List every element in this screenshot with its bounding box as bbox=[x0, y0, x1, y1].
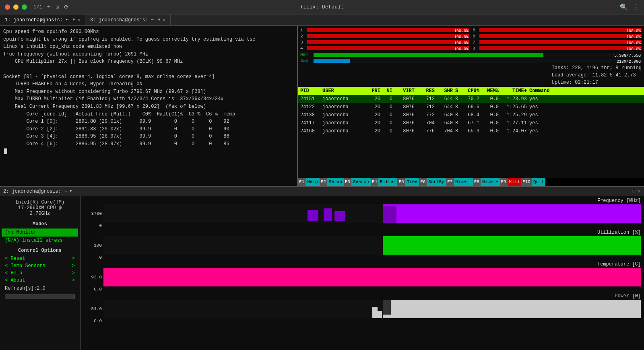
titlebar: 1/1 + ⊡ ⟳ Tilix: Default 🔍 ⋮ bbox=[0, 0, 644, 14]
terminal-line: Core 4 [6]: 2886.95 (28.97x) 99.9 0 0 0 … bbox=[3, 140, 294, 148]
fkey-f3[interactable]: F3Search bbox=[344, 178, 371, 186]
cpu-bar-2: 2 100.0% bbox=[300, 33, 469, 39]
load-line: Load average: 11.82 5.41 2.73 bbox=[552, 72, 642, 79]
frequency-chart-title: Frequency [MHz] bbox=[84, 198, 641, 204]
fkey-f7[interactable]: F7Nice - bbox=[446, 178, 473, 186]
tab-label-1: 1: joaorocha@gnosis: ~ bbox=[5, 17, 68, 23]
bottom-tab-dropdown[interactable]: ▼ bbox=[69, 189, 72, 194]
frequency-max-label: 3700 bbox=[84, 211, 102, 216]
tab-dropdown-3[interactable]: ▼ bbox=[158, 18, 161, 22]
frequency-chart-bottom-row: 0 bbox=[84, 223, 641, 228]
terminal-line: Real Current Frequency 2891.83 MHz [99.6… bbox=[3, 103, 294, 111]
bottom-pane: Intel(R) Core(TM) i7-2960XM CPU @ 2.70GH… bbox=[0, 196, 644, 350]
cpu-name-1: Intel(R) Core(TM) bbox=[2, 200, 78, 205]
bottom-pane-expand-icon[interactable]: ⊡ bbox=[633, 188, 636, 194]
tab-left-terminal[interactable]: 1: joaorocha@gnosis: ~ ▼ ✕ bbox=[0, 14, 85, 25]
temperature-max-label: 93.0 bbox=[84, 275, 102, 280]
htop-cpu-section: 1 100.0% 5 100.0% bbox=[298, 26, 644, 64]
refresh-progress-bar bbox=[5, 294, 75, 299]
power-chart-top-row: 54.0 bbox=[84, 300, 641, 318]
bottom-pane-close-icon[interactable]: ✕ bbox=[638, 188, 641, 194]
control-reset[interactable]: < Reset > bbox=[2, 255, 78, 262]
utilization-chart-title: Utilization [%] bbox=[84, 230, 641, 235]
add-tab-button[interactable]: + bbox=[47, 4, 51, 11]
mem-bar: Mem 5.30G/7.55G bbox=[300, 52, 642, 58]
terminal-line: CPU Multiplier 27x || Bus clock frequenc… bbox=[3, 58, 294, 66]
search-icon[interactable]: 🔍 bbox=[620, 3, 628, 11]
sidebar: Intel(R) Core(TM) i7-2960XM CPU @ 2.70GH… bbox=[0, 196, 80, 350]
tab-dropdown-1[interactable]: ▼ bbox=[72, 18, 75, 22]
cpu-name-2: i7-2960XM CPU @ bbox=[2, 205, 78, 211]
terminal-line: True Frequency (without accounting Turbo… bbox=[3, 51, 294, 58]
frequency-min-label: 0 bbox=[84, 223, 102, 228]
titlebar-controls: 1/1 + ⊡ ⟳ bbox=[5, 4, 69, 11]
fkey-f6[interactable]: F6SortBy bbox=[419, 178, 446, 186]
bottom-pane-icons: ⊡ ✕ bbox=[633, 188, 641, 194]
fkey-f2[interactable]: F2Setup bbox=[320, 178, 344, 186]
tasks-line: Tasks: 220, 1196 thr; 8 running bbox=[552, 64, 642, 72]
power-chart-section: Power [W] 54.0 0.0 bbox=[84, 293, 641, 323]
swp-bar: Swp 213M/2.00G bbox=[300, 58, 642, 64]
tab-close-1[interactable]: ✕ bbox=[77, 17, 80, 23]
mode-monitor[interactable]: (x) Monitor bbox=[2, 229, 78, 237]
control-about[interactable]: < About > bbox=[2, 277, 78, 284]
bottom-pane-titlebar: 2: joaorocha@gnosis: ~ ▼ ⊡ ✕ bbox=[0, 187, 644, 196]
power-chart-bottom-row: 0.0 bbox=[84, 319, 641, 323]
frequency-chart-top-row: 3700 bbox=[84, 204, 641, 223]
terminal-line: TURBO ENABLED on 4 Cores, Hyper Threadin… bbox=[3, 80, 294, 88]
temperature-chart-top-row: 93.0 bbox=[84, 268, 641, 286]
process-row-5[interactable]: 24160 joaorocha 20 0 8076 776 704 R 65.3… bbox=[298, 127, 644, 135]
terminal-line: Socket [0] - [physical cores=4, logical … bbox=[3, 73, 294, 81]
terminal-line: Cpu speed from cpuinfo 2690.00Mhz bbox=[3, 28, 294, 36]
fkey-f5[interactable]: F5Tree bbox=[397, 178, 419, 186]
temperature-chart-bar bbox=[103, 268, 641, 286]
terminal-line: cpuinfo might be wrong if cpufreq is ena… bbox=[3, 36, 294, 43]
refresh-setting: Refresh[s]:2.0 bbox=[2, 284, 78, 293]
menu-icon[interactable]: ⋮ bbox=[633, 3, 639, 11]
close-button[interactable] bbox=[5, 4, 10, 10]
utilization-chart-bar bbox=[103, 236, 641, 255]
tab-label-3: 3: joaorocha@gnosis: ~ bbox=[90, 17, 154, 23]
fkey-f8[interactable]: F8Nice + bbox=[473, 178, 500, 186]
process-row-4[interactable]: 24117 joaorocha 20 0 8076 704 640 R 67.1… bbox=[298, 119, 644, 127]
maximize-button[interactable] bbox=[22, 4, 27, 10]
terminal-line: Core 3 [4]: 2886.95 (28.97x) 99.9 0 0 0 … bbox=[3, 133, 294, 140]
cpu-bar-3: 3 100.0% bbox=[300, 39, 469, 45]
control-help[interactable]: < Help > bbox=[2, 270, 78, 277]
power-min-label: 0.0 bbox=[84, 319, 102, 323]
process-row-2[interactable]: 24122 joaorocha 20 0 8076 712 644 R 69.6… bbox=[298, 103, 644, 111]
htop-table-header: PID USER PRI NI VIRT RES SHR S CPU% MEM%… bbox=[298, 87, 644, 95]
frequency-chart-section: Frequency [MHz] 3700 bbox=[84, 198, 641, 228]
utilization-max-label: 100 bbox=[84, 243, 102, 248]
control-temp-sensors[interactable]: < Temp Sensors > bbox=[2, 262, 78, 270]
detach-button[interactable]: ⊡ bbox=[56, 4, 59, 10]
left-terminal-pane[interactable]: Cpu speed from cpuinfo 2690.00Mhz cpuinf… bbox=[0, 26, 298, 186]
fkey-f10[interactable]: F10Quit bbox=[521, 178, 545, 186]
mode-install-stress[interactable]: (N/A) install stress bbox=[2, 237, 78, 245]
temperature-chart-bottom-row: 0.0 bbox=[84, 287, 641, 292]
temperature-chart-title: Temperature [C] bbox=[84, 261, 641, 267]
fkey-f1[interactable]: F1Help bbox=[298, 178, 320, 186]
cpu-bar-1: 1 100.0% bbox=[300, 27, 469, 33]
process-row-3[interactable]: 24138 joaorocha 20 0 8076 772 640 R 68.4… bbox=[298, 111, 644, 119]
terminal-cursor bbox=[4, 148, 7, 154]
right-htop-pane[interactable]: 1 100.0% 5 100.0% bbox=[298, 26, 644, 186]
terminal-line: Core 2 [2]: 2891.83 (29.02x) 99.9 0 0 0 … bbox=[3, 126, 294, 133]
tab-right-htop[interactable]: 3: joaorocha@gnosis: ~ ▼ ✕ bbox=[85, 14, 171, 25]
fkey-f4[interactable]: F4Filter bbox=[371, 178, 398, 186]
process-row-1[interactable]: 24151 joaorocha 20 0 8076 712 644 R 70.2… bbox=[298, 95, 644, 103]
fkey-f9[interactable]: F9Kill bbox=[500, 178, 522, 186]
terminal-line: Core [core-id] :Actual Freq (Mult.) C0% … bbox=[3, 111, 294, 118]
tab-close-3[interactable]: ✕ bbox=[163, 17, 166, 23]
terminal-line: Core 1 [0]: 2891.80 (29.01x) 99.9 0 0 0 … bbox=[3, 118, 294, 126]
page-counter: 1/1 bbox=[33, 4, 42, 10]
utilization-min-label: 0 bbox=[84, 255, 102, 260]
temperature-chart-section: Temperature [C] 93.0 0.0 bbox=[84, 261, 641, 292]
frequency-chart-bar bbox=[103, 204, 641, 223]
sync-button[interactable]: ⟳ bbox=[64, 4, 69, 10]
minimize-button[interactable] bbox=[13, 4, 19, 10]
temperature-min-label: 0.0 bbox=[84, 287, 102, 292]
terminal-line: Linux's inbuilt cpu_khz code emulated no… bbox=[3, 43, 294, 51]
control-options-title: Control Options bbox=[2, 248, 78, 253]
chart-area: Frequency [MHz] 3700 bbox=[80, 196, 644, 350]
